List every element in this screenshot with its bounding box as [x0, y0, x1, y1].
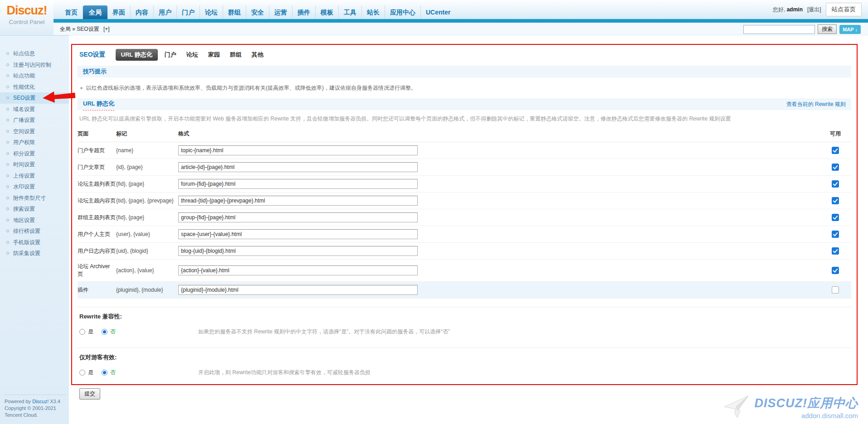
format-input[interactable]: [178, 265, 418, 275]
page-name: 插件: [78, 282, 116, 299]
sidebar-item-label: 站点功能: [13, 72, 35, 79]
nav-item-群组[interactable]: 群组: [223, 5, 246, 19]
nav-item-工具[interactable]: 工具: [339, 5, 362, 19]
enabled-checkbox[interactable]: [832, 164, 839, 171]
nav-item-模板[interactable]: 模板: [316, 5, 339, 19]
sidebar-item-域名设置[interactable]: 域名设置: [0, 104, 69, 115]
app-logo: Discuz! Control Panel: [0, 0, 54, 35]
nav-item-UCenter[interactable]: UCenter: [421, 5, 455, 19]
table-row: 门户文章页{id}, {page}: [78, 159, 851, 176]
breadcrumb-expand-toggle[interactable]: [+]: [103, 26, 110, 32]
nav-item-应用中心[interactable]: 应用中心: [385, 5, 421, 19]
nav-item-运营[interactable]: 运营: [269, 5, 293, 19]
discuz-link[interactable]: Discuz!: [32, 399, 49, 404]
radio-yes[interactable]: [79, 329, 85, 335]
tag-list: {tid}, {page}, {prevpage}: [116, 193, 178, 209]
sidebar-item-时间设置[interactable]: 时间设置: [0, 159, 69, 170]
radio-no[interactable]: [102, 329, 107, 335]
radio-no[interactable]: [102, 370, 107, 376]
nav-item-内容[interactable]: 内容: [131, 5, 154, 19]
sidebar-item-水印设置[interactable]: 水印设置: [0, 181, 69, 193]
sitemap-button[interactable]: MAP ↓: [839, 25, 861, 34]
sidebar-item-注册与访问控制[interactable]: 注册与访问控制: [0, 59, 69, 71]
format-input[interactable]: [178, 162, 418, 172]
sidebar-item-空间设置[interactable]: 空间设置: [0, 126, 69, 137]
tab-URL 静态化[interactable]: URL 静态化: [116, 49, 158, 61]
enabled-checkbox[interactable]: [832, 247, 839, 255]
sidebar-item-label: SEO设置: [13, 95, 35, 101]
nav-item-用户[interactable]: 用户: [154, 5, 177, 19]
sidebar-item-label: 手机版设置: [13, 239, 40, 246]
nav-item-门户[interactable]: 门户: [177, 5, 200, 19]
nav-item-站长[interactable]: 站长: [362, 5, 385, 19]
sidebar-item-站点功能[interactable]: 站点功能: [0, 70, 69, 82]
format-input[interactable]: [178, 179, 418, 189]
tab-群组[interactable]: 群组: [225, 49, 247, 61]
column-header-可用: 可用: [819, 125, 851, 142]
format-input[interactable]: [178, 246, 418, 256]
company: Tencent Cloud.: [5, 412, 65, 419]
enabled-checkbox[interactable]: [832, 231, 839, 238]
sidebar-item-排行榜设置[interactable]: 排行榜设置: [0, 226, 69, 237]
radio-yes[interactable]: [79, 370, 85, 376]
format-input[interactable]: [178, 212, 418, 222]
nav-item-安全[interactable]: 安全: [246, 5, 269, 19]
sidebar-item-站点信息[interactable]: 站点信息: [0, 48, 69, 59]
enabled-checkbox[interactable]: [832, 197, 839, 204]
url-section-title: URL 静态化: [83, 98, 114, 111]
tab-其他[interactable]: 其他: [247, 49, 268, 61]
logo-subtitle: Control Panel: [0, 19, 54, 25]
enabled-checkbox[interactable]: [832, 267, 839, 274]
enabled-checkbox[interactable]: [832, 286, 839, 294]
option-description: 如果您的服务器不支持 Rewrite 规则中的中文字符，请选择“是”。对于没有此…: [198, 328, 450, 336]
nav-item-首页[interactable]: 首页: [60, 5, 83, 19]
column-header-页面: 页面: [78, 125, 116, 142]
sidebar-item-地区设置[interactable]: 地区设置: [0, 215, 69, 226]
search-button[interactable]: 搜索: [818, 24, 837, 34]
format-input[interactable]: [178, 196, 418, 206]
bullet-circle-icon: [6, 130, 9, 133]
enabled-checkbox[interactable]: [832, 147, 839, 154]
table-row: 论坛主题内容页{tid}, {page}, {prevpage}: [78, 193, 851, 209]
format-input[interactable]: [178, 229, 418, 239]
sidebar-item-用户权限[interactable]: 用户权限: [0, 137, 69, 148]
tab-门户[interactable]: 门户: [160, 49, 181, 61]
bullet-circle-icon: [6, 96, 9, 99]
nav-item-论坛[interactable]: 论坛: [200, 5, 223, 19]
sidebar-item-积分设置[interactable]: 积分设置: [0, 148, 69, 159]
sidebar-item-label: 广播设置: [13, 117, 35, 123]
sidebar-item-上传设置[interactable]: 上传设置: [0, 170, 69, 182]
enabled-checkbox[interactable]: [832, 180, 839, 188]
yes-label: 是: [88, 369, 93, 376]
sidebar-item-label: 时间设置: [13, 161, 35, 168]
enabled-checkbox[interactable]: [832, 214, 839, 221]
logout-link[interactable]: [退出]: [807, 6, 821, 14]
tab-论坛[interactable]: 论坛: [181, 49, 203, 61]
sidebar-item-广播设置[interactable]: 广播设置: [0, 115, 69, 126]
sidebar-item-搜索设置[interactable]: 搜索设置: [0, 203, 69, 215]
option-label: 仅对游客有效:: [79, 353, 849, 361]
sidebar-item-手机版设置[interactable]: 手机版设置: [0, 237, 69, 248]
format-input[interactable]: [178, 145, 418, 155]
bullet-dot-icon: [80, 87, 83, 89]
sidebar-item-防采集设置[interactable]: 防采集设置: [0, 248, 69, 259]
tab-家园[interactable]: 家园: [203, 49, 225, 61]
bullet-circle-icon: [6, 252, 9, 255]
site-home-button[interactable]: 站点首页: [826, 3, 862, 16]
nav-item-界面[interactable]: 界面: [107, 5, 131, 19]
sidebar-item-label: 积分设置: [13, 150, 35, 157]
sidebar-item-label: 性能优化: [13, 84, 35, 90]
no-label: 否: [110, 369, 116, 376]
nav-item-全局[interactable]: 全局: [83, 5, 107, 19]
format-input[interactable]: [178, 285, 418, 295]
search-input[interactable]: [743, 25, 815, 34]
tag-list: {uid}, {blogid}: [116, 243, 178, 260]
sidebar-item-附件类型尺寸[interactable]: 附件类型尺寸: [0, 193, 69, 204]
url-format-table: 页面标记格式可用 门户专题页{name}门户文章页{id}, {page}论坛主…: [78, 125, 851, 299]
table-row: 用户日志内容页{uid}, {blogid}: [78, 243, 851, 260]
nav-item-插件[interactable]: 插件: [293, 5, 316, 19]
tips-title: 技巧提示: [83, 66, 107, 77]
view-rewrite-rules-link[interactable]: 查看当前的 Rewrite 规则: [786, 98, 846, 110]
breadcrumb-path: 全局 » SEO设置: [60, 26, 99, 32]
submit-button[interactable]: 提交: [79, 388, 100, 400]
